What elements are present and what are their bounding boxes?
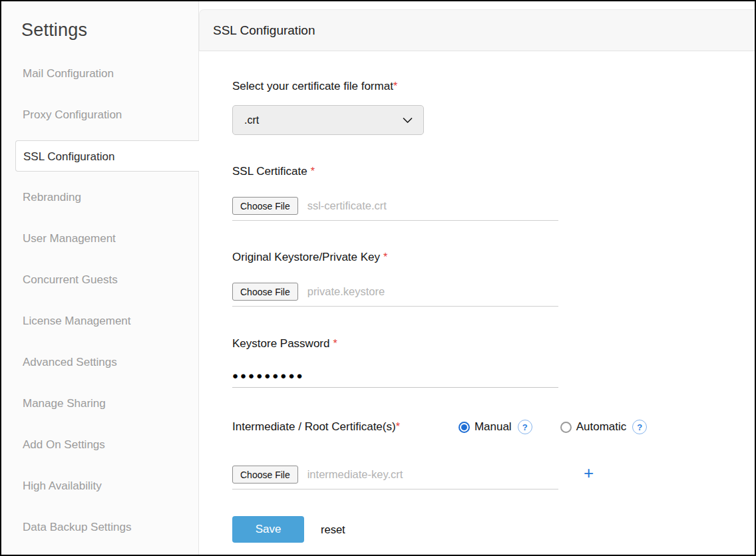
content-header: SSL Configuration xyxy=(199,9,755,51)
field-certificate-format: Select your certificate file format* .cr… xyxy=(232,80,755,135)
sidebar-item-manage-sharing[interactable]: Manage Sharing xyxy=(1,388,198,419)
sidebar-item-user-management[interactable]: User Management xyxy=(1,223,198,254)
sidebar-item-advanced-settings[interactable]: Advanced Settings xyxy=(1,347,198,378)
sidebar-item-data-backup-settings[interactable]: Data Backup Settings xyxy=(1,511,198,543)
automatic-help-icon[interactable]: ? xyxy=(632,420,647,434)
manual-help-icon[interactable]: ? xyxy=(518,420,532,434)
field-ssl-certificate: SSL Certificate* Choose File ssl-certifi… xyxy=(232,166,755,221)
sidebar-item-proxy-configuration[interactable]: Proxy Configuration xyxy=(1,99,198,130)
save-button[interactable]: Save xyxy=(232,516,304,543)
sidebar-item-license-management[interactable]: License Management xyxy=(1,305,198,337)
sidebar-item-high-availability[interactable]: High Availability xyxy=(1,470,198,501)
sidebar-item-concurrent-guests[interactable]: Concurrent Guests xyxy=(1,264,198,295)
settings-nav: Mail Configuration Proxy Configuration S… xyxy=(1,58,198,543)
intermediate-placeholder: intermediate-key.crt xyxy=(307,468,403,481)
intermediate-label: Intermediate / Root Certificate(s)* xyxy=(232,421,400,433)
page-title: SSL Configuration xyxy=(213,23,315,38)
automatic-radio[interactable] xyxy=(560,422,572,433)
intermediate-choose-file-button[interactable]: Choose File xyxy=(232,466,298,484)
certificate-format-label: Select your certificate file format* xyxy=(232,80,755,92)
field-intermediate-certificates: Intermediate / Root Certificate(s)* Manu… xyxy=(232,420,755,434)
manual-radio-group: Manual ? xyxy=(459,420,532,434)
automatic-radio-label[interactable]: Automatic xyxy=(576,420,627,434)
chevron-down-icon xyxy=(403,114,413,126)
intermediate-file-input[interactable]: Choose File intermediate-key.crt xyxy=(232,466,558,489)
automatic-radio-group: Automatic ? xyxy=(560,420,648,434)
field-keystore: Original Keystore/Private Key* Choose Fi… xyxy=(232,251,755,307)
intermediate-file-row: Choose File intermediate-key.crt + xyxy=(232,466,755,489)
reset-link[interactable]: reset xyxy=(321,523,345,536)
keystore-placeholder: private.keystore xyxy=(307,285,385,298)
ssl-configuration-form: Select your certificate file format* .cr… xyxy=(199,51,755,543)
certificate-format-select[interactable]: .crt xyxy=(232,105,424,135)
sidebar-item-add-on-settings[interactable]: Add On Settings xyxy=(1,429,198,460)
required-asterisk: * xyxy=(383,251,387,263)
keystore-file-input[interactable]: Choose File private.keystore xyxy=(232,283,558,307)
keystore-password-input[interactable]: ●●●●●●●●● xyxy=(232,370,558,388)
ssl-certificate-placeholder: ssl-certificate.crt xyxy=(307,200,387,212)
required-asterisk: * xyxy=(311,166,315,177)
sidebar-item-rebranding[interactable]: Rebranding xyxy=(1,182,198,213)
ssl-certificate-label: SSL Certificate* xyxy=(232,166,755,178)
required-asterisk: * xyxy=(396,421,400,432)
required-asterisk: * xyxy=(333,338,337,349)
sidebar-item-mail-configuration[interactable]: Mail Configuration xyxy=(1,58,198,89)
sidebar-item-ssl-configuration[interactable]: SSL Configuration xyxy=(15,140,199,172)
keystore-choose-file-button[interactable]: Choose File xyxy=(232,283,298,301)
main-content: SSL Configuration Select your certificat… xyxy=(199,1,755,555)
settings-window: Settings Mail Configuration Proxy Config… xyxy=(0,0,756,556)
field-keystore-password: Keystore Password* ●●●●●●●●● xyxy=(232,338,755,388)
add-certificate-plus-icon[interactable]: + xyxy=(584,464,594,482)
certificate-format-value: .crt xyxy=(244,114,259,126)
ssl-certificate-choose-file-button[interactable]: Choose File xyxy=(232,197,298,215)
form-actions: Save reset xyxy=(232,516,755,543)
manual-radio-label[interactable]: Manual xyxy=(474,420,512,434)
keystore-label: Original Keystore/Private Key* xyxy=(232,251,755,263)
ssl-certificate-file-input[interactable]: Choose File ssl-certificate.crt xyxy=(232,197,558,221)
manual-radio[interactable] xyxy=(459,422,470,433)
settings-sidebar: Settings Mail Configuration Proxy Config… xyxy=(1,1,199,555)
keystore-password-label: Keystore Password* xyxy=(232,338,755,350)
required-asterisk: * xyxy=(393,80,397,92)
sidebar-title: Settings xyxy=(1,1,198,41)
